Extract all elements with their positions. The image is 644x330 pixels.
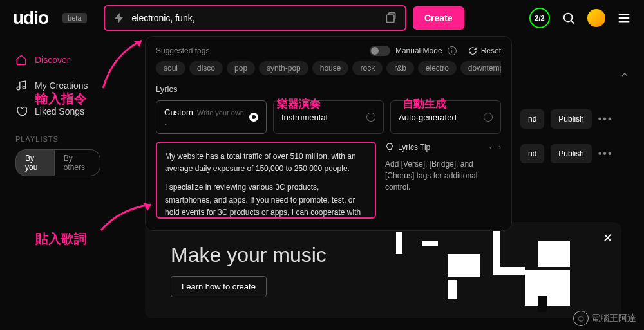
nav-creations-label: My Creations xyxy=(35,80,88,91)
search-icon[interactable] xyxy=(562,11,576,25)
tag[interactable]: electro xyxy=(418,61,457,75)
annotation-instrumental: 樂器演奏 xyxy=(277,96,321,111)
lyrics-textarea[interactable]: My website has a total traffic of over 5… xyxy=(156,142,376,219)
tag[interactable]: disco xyxy=(189,61,223,75)
radio-icon xyxy=(249,113,258,122)
logo[interactable]: udio xyxy=(13,8,48,28)
tag[interactable]: soul xyxy=(156,61,185,75)
pill-by-you[interactable]: By you xyxy=(15,149,55,176)
manual-mode-toggle[interactable]: Manual Mode i xyxy=(370,46,457,56)
svg-point-3 xyxy=(23,86,26,89)
watermark: ☺ 電腦王阿達 xyxy=(573,311,636,326)
nav-liked-label: Liked Songs xyxy=(35,106,84,116)
nav-discover-label: Discover xyxy=(35,55,70,65)
bulb-icon xyxy=(385,143,394,152)
annotation-input: 輸入指令 xyxy=(35,90,87,107)
svg-point-1 xyxy=(564,14,573,22)
more-menu[interactable]: ••• xyxy=(598,113,613,125)
tag[interactable]: downtempo xyxy=(460,61,501,75)
music-icon xyxy=(15,80,27,91)
annotation-auto: 自動生成 xyxy=(402,96,446,111)
avatar[interactable] xyxy=(587,9,605,27)
tag[interactable]: rock xyxy=(352,61,383,75)
arrow-icon xyxy=(93,199,158,235)
tip-prev[interactable]: ‹ xyxy=(489,142,492,153)
row-action[interactable]: nd xyxy=(520,144,544,163)
lyrics-tip: Lyrics Tip ‹› Add [Verse], [Bridge], and… xyxy=(385,142,501,219)
publish-button[interactable]: Publish xyxy=(551,144,591,163)
menu-icon[interactable] xyxy=(617,11,631,25)
reset-button[interactable]: Reset xyxy=(468,46,501,55)
home-icon xyxy=(15,54,27,66)
tip-next[interactable]: › xyxy=(498,142,501,153)
tag[interactable]: pop xyxy=(227,61,255,75)
credits-counter[interactable]: 2/2 xyxy=(529,8,550,28)
row-action[interactable]: nd xyxy=(520,109,544,129)
lightning-icon xyxy=(113,12,126,24)
radio-icon xyxy=(366,113,375,122)
heart-icon xyxy=(15,105,27,117)
create-button[interactable]: Create xyxy=(413,6,464,30)
svg-rect-0 xyxy=(386,15,394,23)
annotation-paste: 貼入歌詞 xyxy=(35,230,87,248)
tags-row: soul disco pop synth-pop house rock r&b … xyxy=(156,61,501,75)
beta-badge: beta xyxy=(62,13,86,23)
chevron-up-icon[interactable] xyxy=(620,69,630,80)
hero-art xyxy=(364,222,583,318)
watermark-logo-icon: ☺ xyxy=(573,311,589,326)
radio-icon xyxy=(484,113,493,122)
hero-banner: Make your music Learn how to create ✕ xyxy=(145,222,621,318)
suggested-tags-label: Suggested tags xyxy=(156,46,209,55)
lyrics-label: Lyrics xyxy=(156,84,501,94)
reset-icon xyxy=(468,46,477,55)
publish-button[interactable]: Publish xyxy=(551,109,591,129)
expand-icon[interactable] xyxy=(384,12,397,24)
hero-title: Make your music xyxy=(171,243,327,267)
prompt-input[interactable] xyxy=(132,13,378,23)
tag[interactable]: r&b xyxy=(386,61,414,75)
playlists-label: PLAYLISTS xyxy=(15,135,100,143)
learn-button[interactable]: Learn how to create xyxy=(171,276,267,297)
create-panel: Suggested tags Manual Mode i Reset soul … xyxy=(145,36,512,231)
pill-by-others[interactable]: By others xyxy=(55,149,100,176)
svg-point-2 xyxy=(17,87,20,90)
close-icon[interactable]: ✕ xyxy=(603,231,612,245)
mode-custom[interactable]: CustomWrite your own ... xyxy=(156,100,267,134)
more-menu[interactable]: ••• xyxy=(598,148,613,160)
arrow-icon xyxy=(93,35,148,93)
toggle-switch[interactable] xyxy=(370,46,390,56)
prompt-input-wrap[interactable] xyxy=(104,5,406,31)
tag[interactable]: synth-pop xyxy=(259,61,308,75)
tag[interactable]: house xyxy=(312,61,349,75)
info-icon[interactable]: i xyxy=(448,46,457,55)
